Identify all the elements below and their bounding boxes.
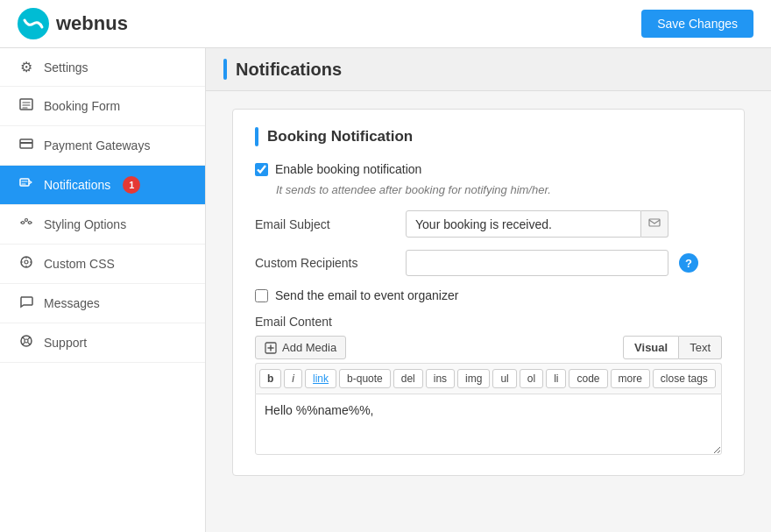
email-content-textarea[interactable]: Hello %%name%%, xyxy=(255,394,722,455)
format-more[interactable]: more xyxy=(611,369,650,388)
save-changes-button[interactable]: Save Changes xyxy=(641,10,753,38)
messages-icon xyxy=(18,294,35,312)
send-organizer-label[interactable]: Send the email to event organizer xyxy=(275,288,458,302)
email-subject-icon[interactable] xyxy=(641,210,668,238)
view-tabs: Visual Text xyxy=(623,336,722,359)
email-subject-input[interactable] xyxy=(406,210,641,238)
email-content-section: Email Content Add Media Visual Text b i … xyxy=(255,315,722,458)
section-accent-bar xyxy=(255,127,258,146)
send-organizer-checkbox[interactable] xyxy=(255,289,268,302)
format-ul[interactable]: ul xyxy=(492,369,516,388)
sidebar: ⚙ Settings Booking Form Payment Gateways xyxy=(0,48,206,532)
email-subject-label: Email Subject xyxy=(255,217,395,231)
sidebar-item-notifications[interactable]: Notifications 1 xyxy=(0,166,205,205)
custom-recipients-row: Custom Recipients ? xyxy=(255,250,722,276)
enable-notification-label[interactable]: Enable booking notification xyxy=(275,162,421,176)
logo-icon xyxy=(18,8,49,39)
layout: ⚙ Settings Booking Form Payment Gateways xyxy=(0,48,771,532)
sidebar-item-booking-form-label: Booking Form xyxy=(44,99,120,113)
add-media-button[interactable]: Add Media xyxy=(255,336,346,359)
section-title: Booking Notification xyxy=(267,128,413,145)
hint-text: It sends to attendee after booking for n… xyxy=(276,183,722,196)
format-del[interactable]: del xyxy=(393,369,423,388)
logo-text: webnus xyxy=(56,12,128,35)
payment-gateways-icon xyxy=(18,137,35,154)
email-content-label: Email Content xyxy=(255,315,722,329)
styling-icon xyxy=(18,216,35,233)
text-tab[interactable]: Text xyxy=(679,336,722,359)
title-accent-bar xyxy=(223,59,227,80)
custom-css-icon xyxy=(18,255,35,273)
enable-notification-checkbox[interactable] xyxy=(255,163,268,176)
custom-recipients-input[interactable] xyxy=(406,250,668,276)
email-subject-input-group xyxy=(406,210,668,238)
svg-rect-4 xyxy=(20,179,29,186)
format-close-tags[interactable]: close tags xyxy=(653,369,716,388)
svg-rect-3 xyxy=(20,142,32,144)
add-media-icon xyxy=(265,342,277,354)
sidebar-item-support-label: Support xyxy=(44,336,87,350)
section-heading: Booking Notification xyxy=(255,127,722,146)
sidebar-item-payment-gateways[interactable]: Payment Gateways xyxy=(0,126,205,166)
svg-point-9 xyxy=(25,260,28,264)
notifications-icon xyxy=(18,176,35,194)
sidebar-item-support[interactable]: Support xyxy=(0,323,205,363)
sidebar-item-styling[interactable]: Styling Options xyxy=(0,205,205,245)
notifications-badge: 1 xyxy=(123,176,140,194)
add-media-label: Add Media xyxy=(282,341,336,354)
sidebar-item-settings-label: Settings xyxy=(44,60,88,74)
visual-tab[interactable]: Visual xyxy=(623,336,679,359)
sidebar-item-custom-css[interactable]: Custom CSS xyxy=(0,245,205,284)
format-italic[interactable]: i xyxy=(284,369,302,388)
page-title-bar: Notifications xyxy=(206,48,771,91)
sidebar-item-messages[interactable]: Messages xyxy=(0,284,205,323)
custom-recipients-help-icon[interactable]: ? xyxy=(679,253,698,273)
sidebar-item-custom-css-label: Custom CSS xyxy=(44,257,115,271)
format-link[interactable]: link xyxy=(305,369,336,388)
svg-point-6 xyxy=(25,219,28,222)
format-toolbar: b i link b-quote del ins img ul ol li co… xyxy=(255,363,722,394)
send-organizer-row: Send the email to event organizer xyxy=(255,288,722,302)
page-title: Notifications xyxy=(236,60,342,80)
header: webnus Save Changes xyxy=(0,0,771,48)
media-toolbar: Add Media Visual Text xyxy=(255,336,722,359)
sidebar-item-booking-form[interactable]: Booking Form xyxy=(0,87,205,126)
svg-point-5 xyxy=(22,222,25,224)
enable-notification-row: Enable booking notification xyxy=(255,162,722,176)
booking-form-icon xyxy=(18,97,35,115)
sidebar-item-styling-label: Styling Options xyxy=(44,217,126,231)
logo: webnus xyxy=(18,8,128,39)
custom-recipients-label: Custom Recipients xyxy=(255,256,395,270)
format-ol[interactable]: ol xyxy=(520,369,543,388)
format-img[interactable]: img xyxy=(457,369,490,388)
support-icon xyxy=(18,334,35,351)
svg-rect-12 xyxy=(649,219,660,226)
format-code[interactable]: code xyxy=(569,369,607,388)
main-content: Notifications Booking Notification Enabl… xyxy=(206,48,771,532)
format-ins[interactable]: ins xyxy=(426,369,455,388)
format-bold[interactable]: b xyxy=(259,369,281,388)
sidebar-item-messages-label: Messages xyxy=(44,296,100,310)
svg-point-11 xyxy=(25,339,28,343)
settings-icon: ⚙ xyxy=(18,59,35,75)
format-bquote[interactable]: b-quote xyxy=(339,369,391,388)
sidebar-item-notifications-label: Notifications xyxy=(44,178,110,192)
format-li[interactable]: li xyxy=(546,369,566,388)
sidebar-item-settings[interactable]: ⚙ Settings xyxy=(0,48,205,87)
booking-notification-section: Booking Notification Enable booking noti… xyxy=(232,109,745,476)
email-subject-row: Email Subject xyxy=(255,210,722,238)
sidebar-item-payment-label: Payment Gateways xyxy=(44,138,150,153)
